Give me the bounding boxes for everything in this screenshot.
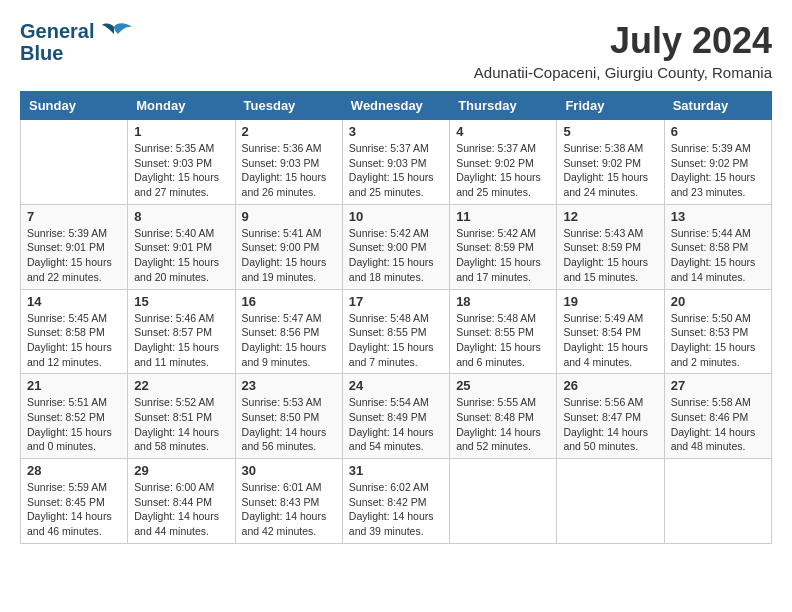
calendar-cell	[450, 459, 557, 544]
calendar-cell: 2Sunrise: 5:36 AM Sunset: 9:03 PM Daylig…	[235, 120, 342, 205]
day-info: Sunrise: 5:58 AM Sunset: 8:46 PM Dayligh…	[671, 395, 765, 454]
calendar-cell: 31Sunrise: 6:02 AM Sunset: 8:42 PM Dayli…	[342, 459, 449, 544]
day-number: 14	[27, 294, 121, 309]
day-info: Sunrise: 5:43 AM Sunset: 8:59 PM Dayligh…	[563, 226, 657, 285]
logo-line1: General	[20, 20, 94, 42]
day-number: 18	[456, 294, 550, 309]
day-info: Sunrise: 6:00 AM Sunset: 8:44 PM Dayligh…	[134, 480, 228, 539]
day-number: 27	[671, 378, 765, 393]
calendar-cell: 24Sunrise: 5:54 AM Sunset: 8:49 PM Dayli…	[342, 374, 449, 459]
day-number: 17	[349, 294, 443, 309]
day-number: 25	[456, 378, 550, 393]
day-info: Sunrise: 5:45 AM Sunset: 8:58 PM Dayligh…	[27, 311, 121, 370]
calendar-cell: 30Sunrise: 6:01 AM Sunset: 8:43 PM Dayli…	[235, 459, 342, 544]
day-info: Sunrise: 5:40 AM Sunset: 9:01 PM Dayligh…	[134, 226, 228, 285]
day-info: Sunrise: 5:53 AM Sunset: 8:50 PM Dayligh…	[242, 395, 336, 454]
day-info: Sunrise: 5:37 AM Sunset: 9:02 PM Dayligh…	[456, 141, 550, 200]
day-info: Sunrise: 6:01 AM Sunset: 8:43 PM Dayligh…	[242, 480, 336, 539]
day-info: Sunrise: 5:51 AM Sunset: 8:52 PM Dayligh…	[27, 395, 121, 454]
weekday-header-sunday: Sunday	[21, 92, 128, 120]
day-number: 5	[563, 124, 657, 139]
calendar-cell	[557, 459, 664, 544]
day-number: 12	[563, 209, 657, 224]
weekday-header-wednesday: Wednesday	[342, 92, 449, 120]
day-number: 16	[242, 294, 336, 309]
day-info: Sunrise: 5:48 AM Sunset: 8:55 PM Dayligh…	[349, 311, 443, 370]
calendar-cell: 19Sunrise: 5:49 AM Sunset: 8:54 PM Dayli…	[557, 289, 664, 374]
day-number: 24	[349, 378, 443, 393]
calendar-cell	[664, 459, 771, 544]
day-info: Sunrise: 5:48 AM Sunset: 8:55 PM Dayligh…	[456, 311, 550, 370]
day-info: Sunrise: 5:56 AM Sunset: 8:47 PM Dayligh…	[563, 395, 657, 454]
calendar-cell: 13Sunrise: 5:44 AM Sunset: 8:58 PM Dayli…	[664, 204, 771, 289]
day-number: 2	[242, 124, 336, 139]
day-info: Sunrise: 6:02 AM Sunset: 8:42 PM Dayligh…	[349, 480, 443, 539]
calendar-cell: 20Sunrise: 5:50 AM Sunset: 8:53 PM Dayli…	[664, 289, 771, 374]
calendar-cell: 15Sunrise: 5:46 AM Sunset: 8:57 PM Dayli…	[128, 289, 235, 374]
calendar-cell: 16Sunrise: 5:47 AM Sunset: 8:56 PM Dayli…	[235, 289, 342, 374]
day-number: 3	[349, 124, 443, 139]
day-number: 20	[671, 294, 765, 309]
day-number: 7	[27, 209, 121, 224]
calendar-cell: 5Sunrise: 5:38 AM Sunset: 9:02 PM Daylig…	[557, 120, 664, 205]
month-year-title: July 2024	[474, 20, 772, 62]
calendar-cell: 12Sunrise: 5:43 AM Sunset: 8:59 PM Dayli…	[557, 204, 664, 289]
calendar-cell: 23Sunrise: 5:53 AM Sunset: 8:50 PM Dayli…	[235, 374, 342, 459]
day-number: 29	[134, 463, 228, 478]
calendar-cell: 18Sunrise: 5:48 AM Sunset: 8:55 PM Dayli…	[450, 289, 557, 374]
weekday-header-saturday: Saturday	[664, 92, 771, 120]
weekday-header-monday: Monday	[128, 92, 235, 120]
calendar-cell: 27Sunrise: 5:58 AM Sunset: 8:46 PM Dayli…	[664, 374, 771, 459]
day-number: 11	[456, 209, 550, 224]
calendar-cell: 9Sunrise: 5:41 AM Sunset: 9:00 PM Daylig…	[235, 204, 342, 289]
day-info: Sunrise: 5:44 AM Sunset: 8:58 PM Dayligh…	[671, 226, 765, 285]
day-info: Sunrise: 5:42 AM Sunset: 8:59 PM Dayligh…	[456, 226, 550, 285]
weekday-header-tuesday: Tuesday	[235, 92, 342, 120]
calendar-week-4: 21Sunrise: 5:51 AM Sunset: 8:52 PM Dayli…	[21, 374, 772, 459]
calendar-cell: 11Sunrise: 5:42 AM Sunset: 8:59 PM Dayli…	[450, 204, 557, 289]
weekday-header-friday: Friday	[557, 92, 664, 120]
calendar-cell: 3Sunrise: 5:37 AM Sunset: 9:03 PM Daylig…	[342, 120, 449, 205]
day-number: 6	[671, 124, 765, 139]
page-header: General Blue July 2024 Adunatii-Copaceni…	[20, 20, 772, 81]
calendar-cell: 17Sunrise: 5:48 AM Sunset: 8:55 PM Dayli…	[342, 289, 449, 374]
calendar-cell: 29Sunrise: 6:00 AM Sunset: 8:44 PM Dayli…	[128, 459, 235, 544]
day-info: Sunrise: 5:52 AM Sunset: 8:51 PM Dayligh…	[134, 395, 228, 454]
day-info: Sunrise: 5:50 AM Sunset: 8:53 PM Dayligh…	[671, 311, 765, 370]
day-info: Sunrise: 5:36 AM Sunset: 9:03 PM Dayligh…	[242, 141, 336, 200]
logo-line2: Blue	[20, 42, 94, 64]
day-info: Sunrise: 5:54 AM Sunset: 8:49 PM Dayligh…	[349, 395, 443, 454]
day-info: Sunrise: 5:39 AM Sunset: 9:02 PM Dayligh…	[671, 141, 765, 200]
day-number: 23	[242, 378, 336, 393]
day-number: 9	[242, 209, 336, 224]
day-info: Sunrise: 5:37 AM Sunset: 9:03 PM Dayligh…	[349, 141, 443, 200]
day-number: 8	[134, 209, 228, 224]
day-number: 1	[134, 124, 228, 139]
calendar-cell: 26Sunrise: 5:56 AM Sunset: 8:47 PM Dayli…	[557, 374, 664, 459]
day-info: Sunrise: 5:38 AM Sunset: 9:02 PM Dayligh…	[563, 141, 657, 200]
day-number: 10	[349, 209, 443, 224]
calendar-cell: 21Sunrise: 5:51 AM Sunset: 8:52 PM Dayli…	[21, 374, 128, 459]
calendar-table: SundayMondayTuesdayWednesdayThursdayFrid…	[20, 91, 772, 544]
calendar-cell: 25Sunrise: 5:55 AM Sunset: 8:48 PM Dayli…	[450, 374, 557, 459]
day-info: Sunrise: 5:47 AM Sunset: 8:56 PM Dayligh…	[242, 311, 336, 370]
calendar-week-2: 7Sunrise: 5:39 AM Sunset: 9:01 PM Daylig…	[21, 204, 772, 289]
day-info: Sunrise: 5:59 AM Sunset: 8:45 PM Dayligh…	[27, 480, 121, 539]
day-number: 15	[134, 294, 228, 309]
title-section: July 2024 Adunatii-Copaceni, Giurgiu Cou…	[474, 20, 772, 81]
calendar-cell: 7Sunrise: 5:39 AM Sunset: 9:01 PM Daylig…	[21, 204, 128, 289]
calendar-cell: 28Sunrise: 5:59 AM Sunset: 8:45 PM Dayli…	[21, 459, 128, 544]
day-info: Sunrise: 5:49 AM Sunset: 8:54 PM Dayligh…	[563, 311, 657, 370]
calendar-week-3: 14Sunrise: 5:45 AM Sunset: 8:58 PM Dayli…	[21, 289, 772, 374]
calendar-week-5: 28Sunrise: 5:59 AM Sunset: 8:45 PM Dayli…	[21, 459, 772, 544]
calendar-cell: 10Sunrise: 5:42 AM Sunset: 9:00 PM Dayli…	[342, 204, 449, 289]
calendar-cell: 4Sunrise: 5:37 AM Sunset: 9:02 PM Daylig…	[450, 120, 557, 205]
calendar-cell: 1Sunrise: 5:35 AM Sunset: 9:03 PM Daylig…	[128, 120, 235, 205]
day-number: 19	[563, 294, 657, 309]
calendar-cell: 6Sunrise: 5:39 AM Sunset: 9:02 PM Daylig…	[664, 120, 771, 205]
day-number: 13	[671, 209, 765, 224]
day-number: 21	[27, 378, 121, 393]
calendar-cell	[21, 120, 128, 205]
calendar-week-1: 1Sunrise: 5:35 AM Sunset: 9:03 PM Daylig…	[21, 120, 772, 205]
day-info: Sunrise: 5:42 AM Sunset: 9:00 PM Dayligh…	[349, 226, 443, 285]
